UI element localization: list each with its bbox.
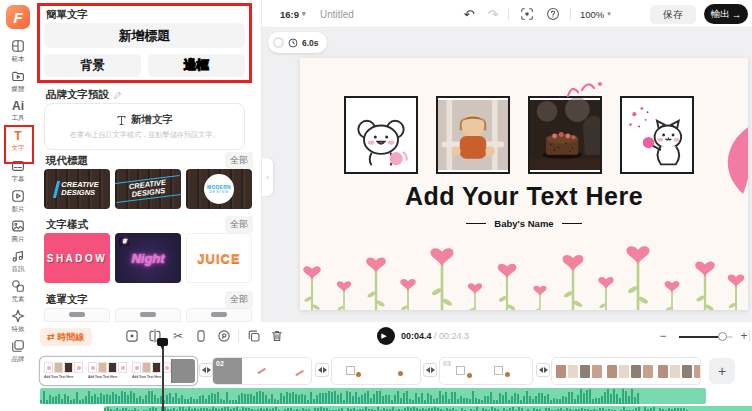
screen-record-icon[interactable] <box>518 5 536 23</box>
text-style-thumb-juice[interactable]: JUICE <box>186 233 252 283</box>
section-title-modern-titles: 現代標題 <box>46 154 88 168</box>
canvas-frame-cake-photo[interactable] <box>528 96 602 174</box>
picture-in-picture-button[interactable] <box>215 327 233 345</box>
transition-marker[interactable] <box>536 363 550 377</box>
sidebar-item-audio[interactable]: 音訊 <box>0 247 36 275</box>
sidebar-item-text[interactable]: T 文字 <box>0 127 36 155</box>
video-clip-2[interactable]: 02 <box>212 357 312 385</box>
duplicate-button[interactable] <box>245 327 263 345</box>
sidebar-item-elements[interactable]: 元素 <box>0 277 36 305</box>
canvas-headline-text[interactable]: Add Your Text Here <box>300 182 748 211</box>
text-styles-all-link[interactable]: 全部 <box>225 216 253 233</box>
clip-thumbnail-group: Add Your Text Here <box>88 362 130 379</box>
timeline-toolbar: ⇄ 時間線 ✂ ▶ 00:04.4 / 00:24.3 − <box>0 322 752 352</box>
playhead-handle[interactable] <box>157 338 168 346</box>
text-style-thumb-shadow[interactable]: SHADOW <box>44 233 110 283</box>
canvas-subline-text[interactable]: Baby's Name <box>300 218 748 229</box>
chevron-down-icon: ▾ <box>302 10 306 18</box>
cake-photo <box>530 98 600 172</box>
modern-title-thumb-3[interactable]: MODERNDESIGN <box>186 169 252 209</box>
zoom-dropdown[interactable]: 100%▾ <box>580 0 611 28</box>
modern-titles-all-link[interactable]: 全部 <box>225 152 253 169</box>
sidebar-item-label: 元素 <box>12 294 25 303</box>
dash-decoration <box>466 223 486 225</box>
app-logo[interactable]: F <box>6 5 30 29</box>
timeline-zoom-slider[interactable] <box>679 336 733 338</box>
scene-duration-pill[interactable]: 6.0s <box>268 32 327 53</box>
background-swatch-icon <box>273 37 284 48</box>
sidebar-item-label: 影片 <box>12 204 25 213</box>
total-time: 00:24.3 <box>439 331 469 341</box>
sidebar-item-photos[interactable]: 圖片 <box>0 217 36 245</box>
sidebar-item-ai-tools[interactable]: Ai 工具 <box>0 97 36 125</box>
help-button[interactable] <box>544 5 562 23</box>
sidebar-item-brand-kit[interactable]: 品牌 <box>0 337 36 365</box>
canvas-frame-baby-photo[interactable] <box>436 96 510 174</box>
edit-icon <box>113 91 122 100</box>
divider <box>570 8 571 20</box>
video-clip-5[interactable] <box>551 357 701 385</box>
timeline-toggle-button[interactable]: ⇄ 時間線 <box>40 328 92 346</box>
mini-frame <box>346 366 355 375</box>
modern-title-thumb-2[interactable]: CREATIVE DESIGNS <box>115 169 181 209</box>
preset-hint: 在畫布上自訂文字樣式，並點擊儲存預設文字。 <box>70 130 220 140</box>
add-clip-button[interactable]: + <box>709 358 735 384</box>
sidebar-item-label: 音訊 <box>12 264 25 273</box>
canvas-frame-dog[interactable] <box>344 96 418 174</box>
divider <box>508 8 509 20</box>
redo-button[interactable]: ↷ <box>484 5 502 23</box>
zoom-out-button[interactable]: − <box>655 327 671 345</box>
border-text-button[interactable]: 邊框 <box>148 54 245 77</box>
add-text-preset-box[interactable]: 新增文字 在畫布上自訂文字樣式，並點擊儲存預設文字。 <box>44 103 245 150</box>
add-to-timeline-button[interactable] <box>123 327 141 345</box>
text-style-thumb-night[interactable]: ♛ Night <box>115 233 181 283</box>
canvas-frame-cat[interactable] <box>620 96 694 174</box>
project-title-field[interactable]: Untitled <box>320 0 354 28</box>
sidebar-item-media[interactable]: 媒體 <box>0 67 36 95</box>
flexclip-editor: F 範本 媒體 Ai 工具 T 文字 字幕 影片 圖片 <box>0 0 752 411</box>
modern-title-thumb-1[interactable]: CREATIVEDESIGNS <box>44 169 110 209</box>
sidebar-item-videos[interactable]: 影片 <box>0 187 36 215</box>
text-tool-icon: T <box>14 130 21 142</box>
time-display: 00:04.4 / 00:24.3 <box>401 331 469 341</box>
save-button[interactable]: 保存 <box>650 5 696 24</box>
undo-button[interactable]: ↶ <box>460 5 478 23</box>
sidebar-item-effects[interactable]: 特效 <box>0 307 36 335</box>
collapse-panel-button[interactable]: ‹ <box>262 158 273 196</box>
crop-button[interactable] <box>192 327 210 345</box>
mask-text-thumb-3[interactable] <box>186 308 252 322</box>
video-clip-3[interactable] <box>331 357 421 385</box>
delete-button[interactable] <box>268 327 286 345</box>
sidebar-item-subtitles[interactable]: 字幕 <box>0 157 36 185</box>
pink-mark <box>295 370 303 376</box>
video-clip-1-selected[interactable]: Add Your Text Here Add Your Text Here Ad… <box>40 357 197 385</box>
mask-text-all-link[interactable]: 全部 <box>225 291 253 308</box>
export-button[interactable]: 輸出→ <box>704 4 748 24</box>
chevron-down-icon: ▾ <box>607 10 611 18</box>
trim-scissors-button[interactable]: ✂ <box>169 327 187 345</box>
slider-knob[interactable] <box>718 332 727 341</box>
play-button[interactable]: ▶ <box>377 327 395 345</box>
aspect-ratio-dropdown[interactable]: 16:9▾ <box>280 0 306 28</box>
mask-text-thumb-1[interactable] <box>44 308 110 322</box>
slider-fill <box>679 336 722 338</box>
mask-text-thumb-2[interactable] <box>115 308 181 322</box>
section-title-brand-presets: 品牌文字預設 <box>46 88 122 102</box>
add-title-button[interactable]: 新增標題 <box>44 23 245 48</box>
sidebar-item-templates[interactable]: 範本 <box>0 37 36 65</box>
transition-marker[interactable] <box>199 363 213 377</box>
dash-decoration <box>562 223 582 225</box>
video-clip-4[interactable]: 03 <box>439 357 533 385</box>
brand-presets-label: 品牌文字預設 <box>46 88 109 102</box>
audio-track-2-waveform[interactable] <box>104 406 752 411</box>
sidebar-item-label: 文字 <box>12 143 25 152</box>
audio-track-waveform[interactable] <box>40 388 706 404</box>
transition-marker[interactable] <box>315 363 329 377</box>
background-text-button[interactable]: 背景 <box>44 54 141 77</box>
brown-dot <box>467 373 472 378</box>
video-canvas[interactable]: Add Your Text Here Baby's Name <box>300 58 748 310</box>
transition-marker[interactable] <box>423 363 437 377</box>
media-icon <box>11 69 25 83</box>
clip-thumbnail-group: Add Your Text Here <box>44 362 86 379</box>
brown-dot <box>398 371 403 376</box>
